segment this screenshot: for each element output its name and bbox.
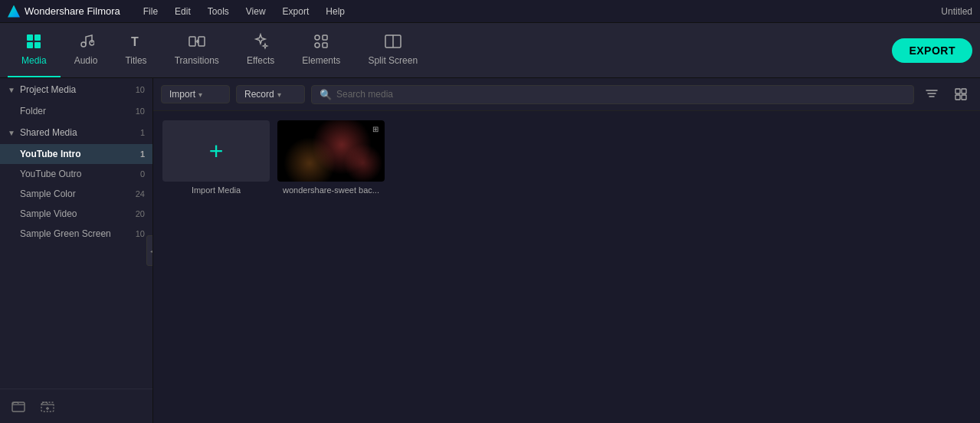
search-input[interactable] (336, 89, 906, 100)
svg-rect-20 (962, 95, 966, 100)
export-button[interactable]: EXPORT (892, 38, 972, 63)
tab-effects[interactable]: Effects (233, 23, 288, 77)
svg-rect-12 (323, 43, 327, 48)
svg-rect-8 (198, 37, 205, 46)
app-name: Wondershare Filmora (25, 5, 120, 17)
corner-icon: ⊞ (369, 123, 382, 135)
media-item-import[interactable]: + Import Media (162, 120, 270, 195)
project-media-arrow: ▼ (8, 86, 15, 94)
import-media-thumb[interactable]: + (162, 120, 270, 182)
window-title: Untitled (941, 6, 972, 17)
tab-media[interactable]: Media (8, 23, 61, 77)
toolbar-items: Media Audio T Titles (8, 23, 431, 77)
menu-tools[interactable]: Tools (200, 5, 237, 18)
youtube-intro-count: 1 (140, 149, 145, 159)
svg-rect-19 (955, 95, 960, 100)
menu-file[interactable]: File (136, 5, 166, 18)
record-label: Record (244, 89, 274, 100)
shared-media-arrow: ▼ (8, 129, 15, 137)
import-dropdown[interactable]: Import ▾ (161, 85, 230, 103)
import-chevron-icon: ▾ (198, 90, 202, 99)
new-bin-icon[interactable] (37, 395, 58, 417)
svg-text:T: T (131, 35, 139, 48)
sidebar-item-youtube-outro[interactable]: YouTube Outro 0 (0, 164, 152, 184)
menu-bar: File Edit Tools View Export Help (136, 5, 352, 18)
svg-rect-17 (955, 89, 960, 93)
svg-point-4 (81, 42, 86, 47)
svg-rect-10 (323, 35, 327, 40)
import-media-label: Import Media (192, 185, 241, 195)
main-toolbar: Media Audio T Titles (0, 23, 980, 78)
svg-rect-0 (27, 34, 33, 41)
particles-overlay (277, 120, 385, 182)
sidebar-section-shared-media-label: Shared Media (20, 127, 77, 138)
grid-view-icon-btn[interactable] (949, 83, 972, 106)
plus-icon: + (209, 137, 224, 166)
sample-video-label: Sample Video (20, 208, 77, 219)
sidebar-item-folder[interactable]: Folder 10 (0, 101, 152, 121)
toolbar-right: EXPORT (892, 38, 972, 63)
sidebar-item-sample-green-screen[interactable]: Sample Green Screen 10 (0, 224, 152, 244)
sample-video-count: 20 (136, 209, 145, 218)
media-item-video-1[interactable]: ⊞ wondershare-sweet bac... (277, 120, 385, 195)
split-screen-icon (385, 33, 402, 52)
titlebar: Wondershare Filmora File Edit Tools View… (0, 0, 980, 23)
tab-titles-label: Titles (125, 55, 146, 66)
menu-help[interactable]: Help (318, 5, 352, 18)
tab-titles[interactable]: T Titles (111, 23, 160, 77)
sidebar-collapse-toggle[interactable]: ◀ (146, 235, 153, 266)
shared-media-count: 1 (140, 128, 145, 137)
sample-green-screen-label: Sample Green Screen (20, 228, 111, 239)
video-1-thumb[interactable]: ⊞ (277, 120, 385, 182)
sidebar-item-sample-video[interactable]: Sample Video 20 (0, 204, 152, 224)
project-media-count: 10 (136, 85, 145, 94)
sidebar-section-project-media-label: Project Media (20, 84, 76, 95)
youtube-intro-label: YouTube Intro (20, 149, 81, 159)
media-panel: Import ▾ Record ▾ 🔍 (153, 78, 980, 423)
sample-green-screen-count: 10 (136, 229, 145, 238)
tab-split-screen-label: Split Screen (368, 55, 418, 66)
app-logo: Wondershare Filmora (8, 5, 120, 18)
folder-label: Folder (20, 106, 46, 116)
tab-media-label: Media (21, 55, 47, 66)
media-toolbar: Import ▾ Record ▾ 🔍 (153, 78, 980, 111)
tab-effects-label: Effects (247, 55, 274, 66)
svg-rect-18 (962, 89, 966, 93)
sidebar-item-youtube-intro[interactable]: YouTube Intro 1 (0, 144, 152, 164)
content-area: ▼ Project Media 10 Folder 10 ▼ Shared Me… (0, 78, 980, 423)
sidebar-section-shared-media[interactable]: ▼ Shared Media 1 (0, 121, 152, 144)
sidebar-item-sample-color[interactable]: Sample Color 24 (0, 184, 152, 204)
effects-icon (252, 33, 269, 52)
svg-rect-1 (34, 34, 41, 41)
sidebar-section-project-media[interactable]: ▼ Project Media 10 (0, 78, 152, 101)
tab-transitions[interactable]: Transitions (161, 23, 233, 77)
sample-color-label: Sample Color (20, 189, 76, 199)
record-dropdown[interactable]: Record ▾ (236, 85, 305, 103)
youtube-outro-label: YouTube Outro (20, 169, 82, 179)
video-1-label: wondershare-sweet bac... (283, 185, 379, 195)
titles-icon: T (128, 33, 145, 52)
svg-rect-7 (189, 37, 195, 46)
menu-view[interactable]: View (238, 5, 274, 18)
search-box: 🔍 (311, 85, 914, 104)
transitions-icon (188, 33, 205, 52)
logo-icon (8, 5, 20, 18)
tab-elements[interactable]: Elements (288, 23, 354, 77)
sample-color-count: 24 (136, 189, 145, 198)
menu-export[interactable]: Export (275, 5, 317, 18)
youtube-outro-count: 0 (140, 169, 145, 179)
menu-edit[interactable]: Edit (167, 5, 198, 18)
svg-point-9 (315, 35, 320, 40)
sidebar-bottom (0, 389, 152, 423)
new-folder-icon[interactable] (8, 395, 29, 417)
elements-icon (313, 33, 329, 52)
audio-icon (77, 33, 94, 52)
tab-audio[interactable]: Audio (61, 23, 112, 77)
import-label: Import (169, 89, 195, 100)
tab-audio-label: Audio (74, 55, 98, 66)
video-thumb-bg (277, 120, 385, 182)
record-chevron-icon: ▾ (277, 90, 281, 99)
svg-rect-3 (34, 42, 41, 48)
tab-split-screen[interactable]: Split Screen (354, 23, 431, 77)
filter-icon-btn[interactable] (920, 83, 943, 106)
